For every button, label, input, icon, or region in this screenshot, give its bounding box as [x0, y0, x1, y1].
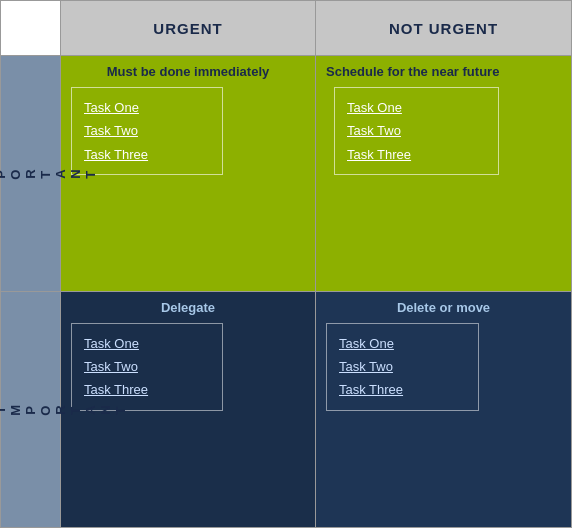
not-urgent-label: NOT URGENT [389, 20, 498, 37]
q2-task-1[interactable]: Task One [347, 96, 486, 119]
q3-task-3[interactable]: Task Three [84, 378, 210, 401]
q1-task-1[interactable]: Task One [84, 96, 210, 119]
q1-task-box: Task One Task Two Task Three [71, 87, 223, 175]
side-important: IMPORTANT [1, 56, 61, 292]
q3-task-2[interactable]: Task Two [84, 355, 210, 378]
q4-title: Delete or move [326, 300, 561, 315]
q4-task-2[interactable]: Task Two [339, 355, 466, 378]
q1-task-2[interactable]: Task Two [84, 119, 210, 142]
important-label: IMPORTANT [0, 166, 98, 180]
quadrant-q1: Must be done immediately Task One Task T… [61, 56, 316, 292]
corner-cell [1, 1, 61, 56]
urgent-label: URGENT [153, 20, 222, 37]
quadrant-q2: Schedule for the near future Task One Ta… [316, 56, 571, 292]
q2-task-2[interactable]: Task Two [347, 119, 486, 142]
q3-title: Delegate [71, 300, 305, 315]
q2-task-box: Task One Task Two Task Three [334, 87, 499, 175]
side-not-important: NOTIMPORTANT [1, 292, 61, 528]
q1-title: Must be done immediately [71, 64, 305, 79]
q3-task-box: Task One Task Two Task Three [71, 323, 223, 411]
quadrant-q4: Delete or move Task One Task Two Task Th… [316, 292, 571, 528]
not-important-label: NOTIMPORTANT [0, 402, 128, 416]
eisenhower-matrix: URGENT NOT URGENT IMPORTANT Must be done… [0, 0, 572, 528]
q2-title: Schedule for the near future [326, 64, 561, 79]
header-urgent: URGENT [61, 1, 316, 56]
q4-task-1[interactable]: Task One [339, 332, 466, 355]
q1-task-3[interactable]: Task Three [84, 143, 210, 166]
q4-task-3[interactable]: Task Three [339, 378, 466, 401]
q3-task-1[interactable]: Task One [84, 332, 210, 355]
q2-task-3[interactable]: Task Three [347, 143, 486, 166]
q4-task-box: Task One Task Two Task Three [326, 323, 479, 411]
header-not-urgent: NOT URGENT [316, 1, 571, 56]
